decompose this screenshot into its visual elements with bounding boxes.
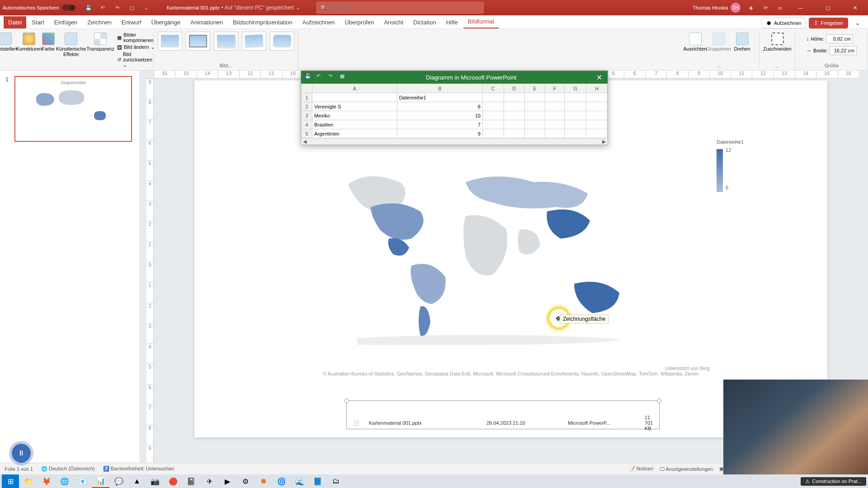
recording-icon[interactable]: ⏺: [255, 474, 272, 488]
country-usa[interactable]: [371, 203, 424, 240]
align-button[interactable]: Ausrichten: [684, 31, 706, 52]
maximize-button[interactable]: ▢: [817, 0, 838, 15]
record-button[interactable]: ⏺ Aufzeichnen: [761, 18, 807, 28]
autosave-toggle[interactable]: Automatisches Speichern: [3, 5, 75, 11]
tab-insert[interactable]: Einfügen: [50, 16, 82, 28]
redo-icon[interactable]: ↷: [113, 4, 122, 12]
tab-file[interactable]: Datei: [4, 16, 26, 28]
picture-style[interactable]: [270, 32, 294, 51]
corrections-button[interactable]: Korrekturen: [18, 31, 40, 52]
crop-button[interactable]: Zuschneiden: [767, 31, 788, 52]
data-grid[interactable]: ABCDEFGH 1Datenreihe1 2Vereinigte S8 3Me…: [301, 84, 608, 138]
rotate-button[interactable]: Drehen: [731, 31, 753, 52]
document-title[interactable]: Kartenmaterial 001.pptx • Auf "diesem PC…: [167, 5, 300, 11]
language-button[interactable]: 🌐 Deutsch (Österreich): [41, 466, 95, 472]
app-icon[interactable]: ⚙: [237, 474, 254, 488]
country-russia[interactable]: [466, 177, 588, 209]
undo-icon[interactable]: ↶: [316, 73, 325, 81]
app-icon[interactable]: 🗂: [327, 474, 344, 488]
country-brazil[interactable]: [410, 264, 445, 304]
app-icon[interactable]: 📷: [146, 474, 164, 488]
remove-bg-button[interactable]: Freistellen: [0, 31, 16, 52]
transparency-button[interactable]: Transparenz: [87, 31, 113, 52]
tab-draw[interactable]: Zeichnen: [83, 16, 116, 28]
redo-icon[interactable]: ↷: [328, 73, 336, 81]
tab-review[interactable]: Überprüfen: [340, 16, 378, 28]
minimize-button[interactable]: —: [790, 0, 811, 15]
app-icon[interactable]: 💬: [110, 474, 127, 488]
close-button[interactable]: ✕: [844, 0, 865, 15]
undo-icon[interactable]: ↶: [99, 4, 107, 12]
change-picture-button[interactable]: 🖼 Bild ändern ⌄: [115, 44, 159, 51]
autosave-switch[interactable]: [62, 5, 75, 11]
artistic-effects-button[interactable]: Künstlerische Effekte: [57, 31, 85, 57]
picture-style[interactable]: [242, 32, 266, 51]
save-icon[interactable]: 💾: [305, 73, 313, 81]
color-button[interactable]: Farbe: [42, 31, 55, 52]
height-input[interactable]: [826, 34, 853, 43]
app-icon[interactable]: 📘: [309, 474, 326, 488]
collapse-ribbon-icon[interactable]: ⌄: [851, 18, 864, 28]
country-australia[interactable]: [574, 282, 619, 314]
group-button[interactable]: Gruppieren: [708, 31, 730, 52]
telegram-icon[interactable]: ✈: [201, 474, 218, 488]
picture-style[interactable]: [158, 32, 182, 51]
picture-style[interactable]: [214, 32, 238, 51]
diamond-icon[interactable]: ◈: [747, 4, 755, 12]
picture-style[interactable]: [186, 32, 210, 51]
compress-pictures-button[interactable]: ▦ Bilder komprimieren: [115, 32, 159, 43]
width-input[interactable]: [830, 46, 857, 55]
country-china[interactable]: [547, 210, 590, 239]
notes-button[interactable]: 📝 Notizen: [629, 466, 653, 472]
app-icon[interactable]: 🔴: [165, 474, 182, 488]
explorer-icon[interactable]: 📁: [20, 474, 37, 488]
more-icon[interactable]: ⌄: [142, 4, 151, 12]
tab-record[interactable]: Aufzeichnen: [298, 16, 340, 28]
powerpoint-icon[interactable]: 📊: [92, 474, 109, 488]
firefox-icon[interactable]: 🦊: [38, 474, 55, 488]
sync-icon[interactable]: ⟳: [761, 4, 769, 12]
start-slideshow-icon[interactable]: ▢: [128, 4, 136, 12]
table-icon[interactable]: ▦: [340, 73, 348, 81]
country-argentina[interactable]: [419, 306, 430, 336]
vlc-icon[interactable]: ▲: [128, 474, 146, 488]
tab-view[interactable]: Ansicht: [379, 16, 408, 28]
search-input[interactable]: [330, 5, 480, 11]
app-icon[interactable]: 🌀: [273, 474, 290, 488]
selected-image-object[interactable]: 📄 Kartenmaterial 001.pptx 28.04.2023 21:…: [348, 402, 658, 427]
reset-picture-button[interactable]: ↺ Bild zurücksetzen ⌄: [115, 51, 159, 69]
tab-dictation[interactable]: Dictation: [409, 16, 441, 28]
slide-panel[interactable]: 1 Diagrammtitel: [0, 70, 140, 474]
chart-legend[interactable]: Datenreihe1 126: [717, 139, 744, 192]
ribbon-mode-icon[interactable]: ▭: [776, 4, 784, 12]
data-scrollbar[interactable]: ◀▶: [301, 138, 608, 145]
start-button[interactable]: ⊞: [2, 474, 19, 488]
save-icon[interactable]: 💾: [85, 4, 93, 12]
tab-transitions[interactable]: Übergänge: [147, 16, 185, 28]
share-button[interactable]: ⇪ Freigeben: [809, 18, 848, 28]
tab-design[interactable]: Entwurf: [117, 16, 146, 28]
chart-data-window[interactable]: 💾 ↶ ↷ ▦ Diagramm in Microsoft PowerPoint…: [301, 70, 608, 145]
account-button[interactable]: Thomas Hruska TH: [693, 3, 741, 13]
search-box[interactable]: 🔍: [316, 2, 484, 14]
slide-thumbnail[interactable]: Diagrammtitel: [14, 76, 132, 142]
slide-counter[interactable]: Folie 1 von 1: [5, 466, 33, 472]
tab-help[interactable]: Hilfe: [442, 16, 462, 28]
tab-slideshow[interactable]: Bildschirmpräsentation: [228, 16, 297, 28]
recording-pause-button[interactable]: ⏸: [12, 444, 31, 463]
tab-animations[interactable]: Animationen: [186, 16, 227, 28]
world-map-chart[interactable]: ✥ Zeichnungsfläche: [330, 157, 656, 361]
tab-start[interactable]: Start: [27, 16, 48, 28]
accessibility-button[interactable]: ♿ Barrierefreiheit: Untersuchen: [103, 466, 175, 472]
onenote-icon[interactable]: 📓: [183, 474, 200, 488]
display-settings-button[interactable]: 🖵 Anzeigeeinstellungen: [660, 466, 713, 472]
edge-icon[interactable]: 🌊: [291, 474, 308, 488]
country-mexico[interactable]: [388, 238, 409, 256]
chrome-icon[interactable]: 🌐: [56, 474, 73, 488]
close-data-window-button[interactable]: ✕: [594, 73, 604, 82]
notification-toast[interactable]: ⚠ Construction on Prat...: [801, 477, 866, 486]
outlook-icon[interactable]: 📧: [74, 474, 91, 488]
tab-picture-format[interactable]: Bildformat: [463, 15, 499, 28]
app-icon[interactable]: ▶: [219, 474, 236, 488]
data-window-titlebar[interactable]: 💾 ↶ ↷ ▦ Diagramm in Microsoft PowerPoint…: [301, 71, 608, 84]
